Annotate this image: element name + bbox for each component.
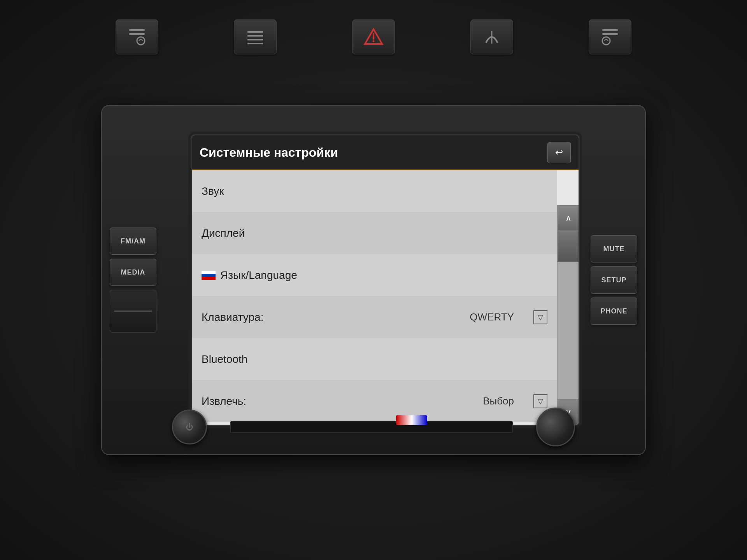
media-scroll-slider[interactable] xyxy=(110,290,156,332)
menu-item-keyboard-value: QWERTY xyxy=(470,311,514,323)
right-button-group: MUTE SETUP PHONE xyxy=(591,235,637,325)
svg-rect-12 xyxy=(602,29,618,31)
menu-item-display-label: Дисплей xyxy=(202,227,547,240)
scroll-track xyxy=(558,231,579,399)
screen: Системные настройки ↩ Звук Дисплей xyxy=(192,135,579,425)
dashboard: FM/AM MEDIA Системные настройки ↩ Звук xyxy=(0,0,747,560)
menu-item-keyboard[interactable]: Клавиатура: QWERTY ▽ xyxy=(192,296,557,338)
menu-item-bluetooth[interactable]: Bluetooth xyxy=(192,338,557,380)
svg-rect-0 xyxy=(129,29,145,31)
bottom-controls: ⏻ xyxy=(172,408,575,446)
seat-heat-right-button[interactable] xyxy=(589,19,631,54)
russian-flag-icon xyxy=(202,271,216,280)
usb-indicator xyxy=(396,415,427,425)
screen-title: Системные настройки xyxy=(200,145,338,160)
svg-rect-13 xyxy=(602,33,618,35)
left-button-group: FM/AM MEDIA xyxy=(110,228,156,332)
cd-slot xyxy=(230,421,513,433)
setup-button[interactable]: SETUP xyxy=(591,266,637,294)
mute-button[interactable]: MUTE xyxy=(591,235,637,262)
menu-list-wrapper: Звук Дисплей xyxy=(192,170,579,425)
seat-heat-left-button[interactable] xyxy=(116,19,158,54)
keyboard-dropdown-arrow[interactable]: ▽ xyxy=(533,310,547,324)
menu-item-eject-value: Выбор xyxy=(483,395,514,407)
menu-item-language[interactable]: Язык/Language xyxy=(192,254,557,296)
scroll-up-button[interactable]: ∧ xyxy=(558,205,579,231)
hazard-button[interactable] xyxy=(352,19,395,54)
svg-point-11 xyxy=(602,37,610,45)
head-unit: FM/AM MEDIA Системные настройки ↩ Звук xyxy=(101,105,646,455)
scroll-thumb[interactable] xyxy=(558,231,579,262)
menu-item-display[interactable]: Дисплей xyxy=(192,212,557,254)
svg-rect-4 xyxy=(247,35,263,37)
menu-item-sound[interactable]: Звук xyxy=(192,170,557,212)
svg-point-9 xyxy=(373,40,375,42)
volume-knob[interactable] xyxy=(536,408,575,446)
top-button-bar xyxy=(0,12,747,62)
media-button[interactable]: MEDIA xyxy=(110,259,156,286)
svg-rect-3 xyxy=(247,31,263,33)
menu-item-bluetooth-label: Bluetooth xyxy=(202,353,547,366)
back-button[interactable]: ↩ xyxy=(547,142,571,163)
svg-rect-6 xyxy=(247,43,263,44)
fmam-button[interactable]: FM/AM xyxy=(110,228,156,255)
power-knob[interactable]: ⏻ xyxy=(172,410,207,444)
rear-defrost-button[interactable] xyxy=(234,19,277,54)
menu-item-sound-label: Звук xyxy=(202,185,547,198)
menu-item-language-label: Язык/Language xyxy=(220,269,547,282)
svg-point-2 xyxy=(137,37,145,45)
wiper-button[interactable] xyxy=(470,19,513,54)
eject-dropdown-arrow[interactable]: ▽ xyxy=(533,394,547,408)
power-icon: ⏻ xyxy=(186,423,193,432)
screen-header: Системные настройки ↩ xyxy=(192,135,579,170)
scrollbar: ∧ ∨ xyxy=(557,205,579,425)
menu-item-eject-label: Извлечь: xyxy=(202,395,483,408)
phone-button[interactable]: PHONE xyxy=(591,298,637,325)
screen-container: Системные настройки ↩ Звук Дисплей xyxy=(191,134,580,426)
menu-item-keyboard-label: Клавиатура: xyxy=(202,311,470,324)
svg-rect-5 xyxy=(247,39,263,40)
svg-rect-1 xyxy=(129,33,145,35)
menu-items-area: Звук Дисплей xyxy=(192,170,557,425)
